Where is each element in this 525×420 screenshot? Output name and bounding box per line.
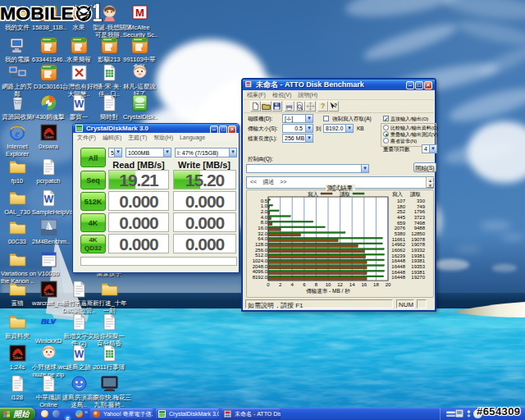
svg-text:19381: 19381: [411, 253, 425, 258]
svg-text:W: W: [74, 349, 84, 360]
svg-text:16.0: 16.0: [258, 226, 267, 231]
svg-text:4: 4: [291, 282, 294, 287]
svg-text:2: 2: [279, 282, 282, 287]
svg-text:128.0: 128.0: [255, 242, 268, 247]
svg-text:W: W: [43, 194, 53, 205]
svg-text:330: 330: [417, 199, 426, 203]
svg-text:9488: 9488: [414, 226, 426, 231]
svg-text:659: 659: [397, 221, 406, 226]
svg-text:0.5: 0.5: [261, 199, 268, 203]
svg-text:19270: 19270: [411, 275, 425, 280]
svg-text:256.0: 256.0: [255, 248, 268, 253]
svg-text:Token: Token: [12, 356, 23, 360]
svg-text:14: 14: [349, 282, 355, 287]
svg-text:16448: 16448: [391, 264, 405, 269]
svg-text:4096.0: 4096.0: [253, 269, 268, 274]
svg-text:180: 180: [397, 204, 406, 209]
svg-text:MOBILE: MOBILE: [0, 3, 74, 24]
svg-text:讀取: 讀取: [340, 191, 351, 198]
svg-text:8: 8: [315, 282, 318, 287]
svg-text:16062: 16062: [391, 248, 405, 253]
svg-text:512.0: 512.0: [255, 253, 268, 258]
svg-text:寫入: 寫入: [308, 191, 319, 197]
svg-text:8.0: 8.0: [261, 220, 268, 225]
svg-text:19078: 19078: [411, 242, 425, 247]
svg-text:19381: 19381: [411, 270, 425, 275]
svg-text:?: ?: [334, 103, 337, 108]
svg-text:252: 252: [397, 209, 406, 214]
svg-text:3723: 3723: [414, 215, 426, 220]
svg-text:Token: Token: [43, 292, 54, 296]
svg-text:1796: 1796: [414, 209, 426, 214]
svg-text:2.0: 2.0: [261, 209, 268, 214]
svg-text:Token: Token: [43, 135, 54, 139]
svg-text:4.0: 4.0: [261, 215, 268, 220]
svg-text:5380: 5380: [395, 231, 406, 236]
svg-text:W: W: [74, 98, 84, 110]
svg-text:107: 107: [397, 199, 406, 203]
svg-text:16448: 16448: [391, 258, 405, 263]
svg-text:e: e: [15, 127, 20, 139]
svg-text:讀取: 讀取: [410, 191, 422, 198]
svg-text:11661: 11661: [392, 237, 406, 242]
svg-text:19381: 19381: [411, 258, 425, 263]
svg-text:64.0: 64.0: [258, 236, 267, 241]
svg-text:20: 20: [386, 282, 391, 287]
svg-text:2048.0: 2048.0: [253, 264, 268, 269]
svg-text:6: 6: [303, 282, 306, 287]
svg-text:寫入: 寫入: [392, 191, 404, 197]
svg-text:2076: 2076: [395, 226, 406, 231]
svg-text:8192.0: 8192.0: [253, 275, 268, 280]
svg-text:19078: 19078: [411, 237, 425, 242]
svg-text:16448: 16448: [391, 275, 405, 280]
svg-text:19332: 19332: [411, 248, 425, 253]
svg-text:12: 12: [337, 282, 343, 287]
svg-text:0: 0: [267, 282, 270, 287]
svg-text:14962: 14962: [391, 242, 405, 247]
svg-text:16: 16: [361, 282, 367, 287]
svg-text:傳輸速率 - MB / 秒: 傳輸速率 - MB / 秒: [306, 288, 350, 294]
svg-text:7498: 7498: [414, 221, 426, 226]
svg-text:e: e: [66, 415, 70, 420]
svg-text:18: 18: [373, 282, 379, 287]
svg-text:16239: 16239: [391, 253, 405, 258]
svg-text:32.0: 32.0: [258, 231, 267, 236]
svg-text:16448: 16448: [391, 270, 405, 275]
svg-text:1.0: 1.0: [261, 203, 268, 208]
svg-text:19353: 19353: [411, 264, 425, 269]
svg-text:M: M: [135, 7, 144, 19]
svg-text:445: 445: [397, 215, 406, 220]
svg-text:1024.0: 1024.0: [253, 258, 268, 263]
svg-text:12850: 12850: [411, 231, 425, 236]
svg-text:749: 749: [417, 204, 426, 209]
svg-text:10: 10: [326, 282, 331, 287]
